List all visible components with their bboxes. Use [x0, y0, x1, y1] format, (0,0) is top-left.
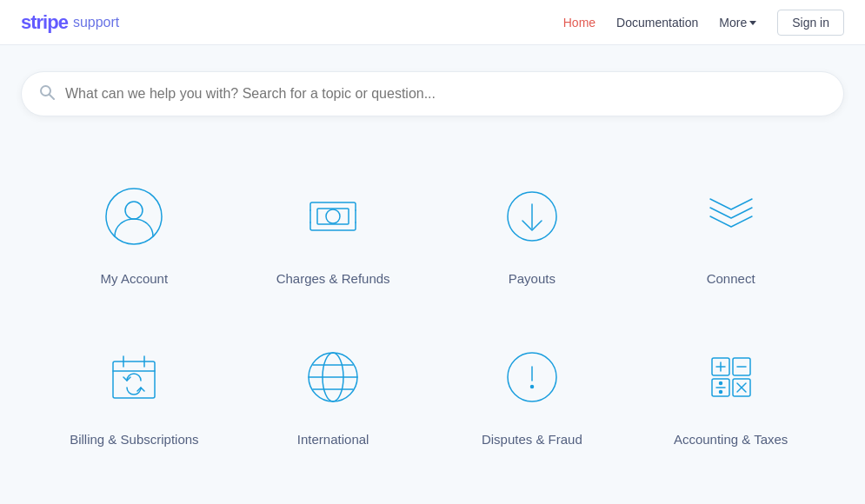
svg-point-3: [125, 202, 143, 219]
category-payouts[interactable]: Payouts: [433, 151, 632, 312]
stripe-logo: stripe: [21, 11, 68, 34]
international-icon: [294, 338, 372, 416]
international-label: International: [297, 432, 369, 447]
search-icon: [39, 84, 55, 103]
search-input[interactable]: [65, 86, 826, 102]
charges-refunds-label: Charges & Refunds: [276, 271, 390, 286]
chevron-down-icon: [749, 21, 756, 25]
billing-subscriptions-icon: [95, 338, 173, 416]
nav-documentation[interactable]: Documentation: [616, 16, 698, 30]
nav-links: Home Documentation More Sign in: [563, 10, 844, 36]
category-accounting-taxes[interactable]: Accounting & Taxes: [631, 312, 830, 473]
sign-in-button[interactable]: Sign in: [777, 10, 844, 36]
category-connect[interactable]: Connect: [631, 151, 830, 312]
navbar: stripe support Home Documentation More S…: [0, 0, 865, 45]
brand-area: stripe support: [21, 11, 119, 34]
connect-label: Connect: [707, 271, 755, 286]
my-account-icon: [95, 177, 173, 255]
payouts-label: Payouts: [509, 271, 556, 286]
disputes-fraud-icon: [493, 338, 571, 416]
connect-icon: [692, 177, 770, 255]
disputes-fraud-label: Disputes & Fraud: [482, 432, 582, 447]
accounting-taxes-label: Accounting & Taxes: [674, 432, 788, 447]
svg-rect-5: [317, 209, 349, 224]
category-my-account[interactable]: My Account: [35, 151, 234, 312]
category-billing-subscriptions[interactable]: Billing & Subscriptions: [35, 312, 234, 473]
svg-line-1: [50, 95, 54, 99]
nav-more[interactable]: More: [719, 16, 756, 30]
support-label: support: [73, 15, 119, 30]
billing-subscriptions-label: Billing & Subscriptions: [70, 432, 198, 447]
payouts-icon: [493, 177, 571, 255]
svg-point-33: [719, 382, 722, 385]
search-bar: [21, 71, 844, 116]
charges-refunds-icon: [294, 177, 372, 255]
category-international[interactable]: International: [234, 312, 433, 473]
category-charges-refunds[interactable]: Charges & Refunds: [234, 151, 433, 312]
category-disputes-fraud[interactable]: Disputes & Fraud: [433, 312, 632, 473]
accounting-taxes-icon: [692, 338, 770, 416]
svg-point-24: [530, 386, 533, 388]
search-section: [0, 45, 865, 134]
svg-point-6: [326, 209, 340, 223]
svg-point-34: [719, 391, 722, 394]
category-grid: My Account Charges & Refunds: [0, 134, 865, 490]
svg-rect-13: [113, 361, 155, 398]
nav-home[interactable]: Home: [563, 16, 596, 30]
my-account-label: My Account: [101, 271, 169, 286]
